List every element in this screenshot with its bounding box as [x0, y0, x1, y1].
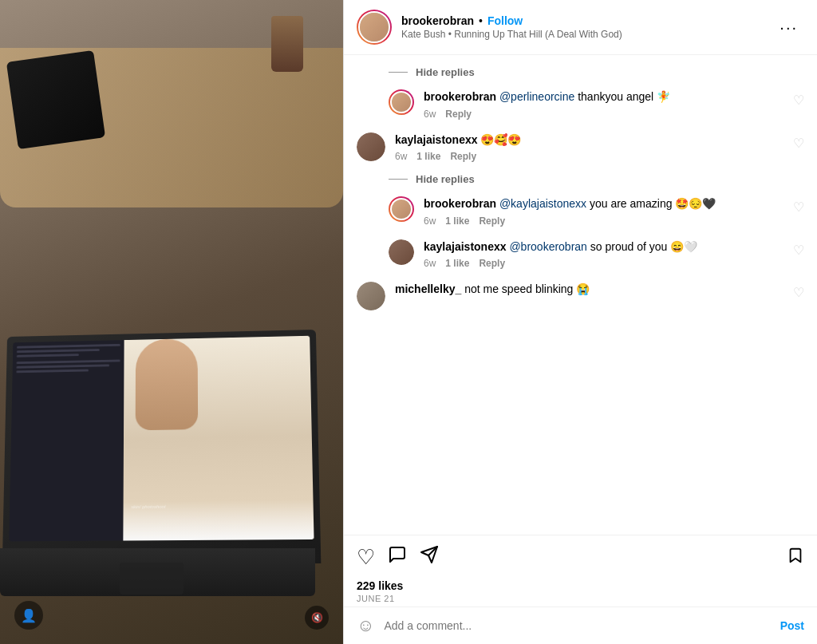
- comment-likes-4: 1 like: [445, 258, 469, 269]
- comment-item: brookerobran @perlineorcine thankyou ang…: [344, 83, 817, 126]
- comment-text-1: brookerobran @perlineorcine thankyou ang…: [424, 89, 804, 105]
- comment-avatar-img-1: [390, 91, 412, 113]
- share-button[interactable]: [420, 545, 439, 570]
- comment-mention-1[interactable]: @perlineorcine: [499, 90, 574, 103]
- mute-button[interactable]: 🔇: [305, 606, 329, 630]
- comment-heart-5[interactable]: ♡: [793, 285, 804, 300]
- post-date: JUNE 21: [357, 594, 804, 603]
- comment-avatar-img-5: [357, 282, 385, 310]
- comment-body-4: so proud of you 😄🤍: [590, 240, 697, 253]
- comment-text-3: brookerobran @kaylajaistonexx you are am…: [424, 196, 804, 212]
- comment-heart-4[interactable]: ♡: [793, 243, 804, 258]
- comment-username-2[interactable]: kaylajaistonexx: [395, 133, 478, 146]
- comment-meta-3: 6w 1 like Reply: [424, 215, 804, 227]
- photo-side: skin/ photoshoot 👤 🔇: [0, 0, 343, 644]
- comment-time-1: 6w: [424, 109, 436, 120]
- comment-avatar-4[interactable]: [389, 239, 414, 265]
- profile-icon: 👤: [21, 608, 37, 623]
- desk-background: skin/ photoshoot: [0, 0, 343, 644]
- comment-text-2: kaylajaistonexx 😍🥰😍: [395, 132, 804, 148]
- comment-reply-btn-4[interactable]: Reply: [479, 258, 505, 269]
- post-comment-button[interactable]: Post: [780, 619, 804, 632]
- comment-mention-3[interactable]: @kaylajaistonexx: [499, 197, 586, 210]
- comment-mention-4[interactable]: @brookerobran: [509, 240, 587, 253]
- comment-input[interactable]: [384, 619, 780, 632]
- hide-replies-bar-1[interactable]: Hide replies: [344, 61, 817, 83]
- likes-count[interactable]: 229 likes: [357, 579, 804, 592]
- comment-likes-3: 1 like: [445, 215, 469, 227]
- comment-heart-2[interactable]: ♡: [793, 136, 804, 151]
- comment-username-3[interactable]: brookerobran: [424, 197, 496, 210]
- comment-content-4: kaylajaistonexx @brookerobran so proud o…: [424, 239, 804, 270]
- header-info: brookerobran • Follow Kate Bush • Runnin…: [401, 14, 773, 40]
- comment-heart-1[interactable]: ♡: [793, 93, 804, 108]
- follow-button[interactable]: Follow: [487, 14, 523, 27]
- comment-item-4: kaylajaistonexx @brookerobran so proud o…: [344, 233, 817, 276]
- hide-replies-bar-2[interactable]: Hide replies: [344, 168, 817, 190]
- comment-time-3: 6w: [424, 215, 436, 227]
- comment-content-1: brookerobran @perlineorcine thankyou ang…: [424, 89, 804, 120]
- comment-text-4: kaylajaistonexx @brookerobran so proud o…: [424, 239, 804, 255]
- comment-avatar-img-3: [390, 198, 412, 220]
- post-avatar-image: [360, 13, 389, 41]
- comment-avatar-img-4: [389, 239, 414, 265]
- instagram-post-panel: brookerobran • Follow Kate Bush • Runnin…: [343, 0, 817, 644]
- post-avatar-container[interactable]: [357, 10, 392, 45]
- comment-time-2: 6w: [395, 151, 407, 162]
- comment-text-5: michellelky_ not me speed blinking 😭: [395, 282, 804, 298]
- comment-content-5: michellelky_ not me speed blinking 😭: [395, 282, 804, 310]
- header-separator: •: [479, 14, 483, 27]
- emoji-picker-button[interactable]: ☺: [357, 615, 374, 636]
- comment-avatar-3[interactable]: [389, 196, 414, 222]
- comment-username-4[interactable]: kaylajaistonexx: [424, 240, 507, 253]
- comment-avatar-1[interactable]: [389, 89, 414, 115]
- hide-replies-line-2: [389, 179, 408, 180]
- post-header: brookerobran • Follow Kate Bush • Runnin…: [344, 0, 817, 55]
- comment-item-5: michellelky_ not me speed blinking 😭 ♡: [344, 275, 817, 317]
- post-avatar: [358, 11, 390, 43]
- comment-reply-btn-1[interactable]: Reply: [445, 109, 472, 120]
- comment-item-3: brookerobran @kaylajaistonexx you are am…: [344, 190, 817, 233]
- comment-content-2: kaylajaistonexx 😍🥰😍 6w 1 like Reply: [395, 132, 804, 163]
- comment-time-4: 6w: [424, 258, 436, 269]
- comment-likes-2: 1 like: [416, 151, 440, 162]
- hide-replies-label-1: Hide replies: [416, 66, 475, 78]
- comment-avatar-2[interactable]: [357, 132, 385, 161]
- comment-item-2: kaylajaistonexx 😍🥰😍 6w 1 like Reply ♡: [344, 126, 817, 169]
- hide-replies-line: [389, 72, 408, 73]
- comment-username-1[interactable]: brookerobran: [424, 90, 496, 103]
- comment-button[interactable]: [388, 545, 407, 570]
- comment-meta-4: 6w 1 like Reply: [424, 258, 804, 269]
- add-comment-area: ☺ Post: [344, 606, 817, 644]
- bookmark-button[interactable]: [787, 546, 804, 570]
- comment-heart-3[interactable]: ♡: [793, 200, 804, 215]
- comment-avatar-img-2: [357, 132, 385, 161]
- action-icons-left: ♡: [357, 545, 787, 570]
- comment-reply-btn-3[interactable]: Reply: [479, 215, 505, 227]
- comment-username-5[interactable]: michellelky_: [395, 282, 461, 295]
- comment-content-3: brookerobran @kaylajaistonexx you are am…: [424, 196, 804, 227]
- likes-section: 229 likes JUNE 21: [344, 576, 817, 606]
- comment-body-1: thankyou angel 🧚: [578, 90, 670, 103]
- comment-reply-btn-2[interactable]: Reply: [450, 151, 476, 162]
- more-options-button[interactable]: ···: [773, 15, 804, 40]
- like-button[interactable]: ♡: [357, 545, 375, 570]
- comment-avatar-5[interactable]: [357, 282, 385, 310]
- profile-button[interactable]: 👤: [14, 601, 43, 630]
- comment-body-3: you are amazing 🤩😔🖤: [590, 197, 716, 210]
- header-username[interactable]: brookerobran: [401, 14, 474, 27]
- comments-area: Hide replies brookerobran @perlineorcine…: [344, 55, 817, 535]
- username-row: brookerobran • Follow: [401, 14, 773, 27]
- action-bar: ♡: [344, 535, 817, 576]
- hide-replies-label-2: Hide replies: [416, 173, 475, 185]
- mute-icon: 🔇: [311, 612, 323, 623]
- comment-body-5: not me speed blinking 😭: [464, 282, 590, 295]
- comment-meta-2: 6w 1 like Reply: [395, 151, 804, 162]
- comment-meta-1: 6w Reply: [424, 109, 804, 120]
- header-subtitle: Kate Bush • Running Up That Hill (A Deal…: [401, 29, 773, 40]
